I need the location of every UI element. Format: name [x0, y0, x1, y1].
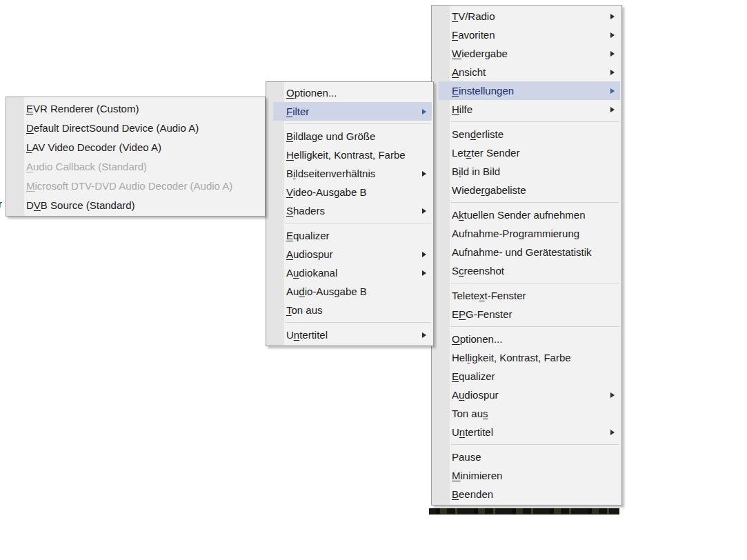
menu-item-label: Wiedergabe	[432, 48, 508, 59]
menu-item-label: Untertitel	[266, 329, 328, 341]
menu-item-ansicht[interactable]: Ansicht	[432, 63, 621, 81]
menu-item-beenden[interactable]: Beenden	[432, 485, 621, 503]
menu-item-label: Helligkeit, Kontrast, Farbe	[266, 149, 406, 161]
menu-item-label: Audiospur	[432, 389, 499, 401]
menu-item-senderliste[interactable]: Senderliste	[432, 125, 621, 143]
menu-item-ton-aus[interactable]: Ton aus	[432, 404, 621, 423]
menu-item-letzter-sender[interactable]: Letzter Sender	[432, 143, 621, 162]
menu-item-label: Equalizer	[432, 370, 495, 382]
submenu-arrow-icon	[610, 392, 615, 398]
menu-item-bildlage-und-grosse[interactable]: Bildlage und Größe	[266, 127, 433, 146]
menu-item-audio-ausgabe-b[interactable]: Audio-Ausgabe B	[266, 282, 433, 301]
menu-item-label: TV/Radio	[432, 10, 495, 22]
menu-item-evr-renderer-custom[interactable]: EVR Renderer (Custom)	[6, 99, 265, 118]
submenu-arrow-icon	[610, 14, 615, 19]
submenu-arrow-icon	[610, 430, 615, 435]
menu-item-bildseitenverhaltnis[interactable]: Bildseitenverhältnis	[266, 164, 433, 183]
menu-separator	[266, 319, 433, 326]
menu-separator	[432, 441, 621, 448]
menu-item-untertitel[interactable]: Untertitel	[432, 423, 621, 441]
menu-item-label: EPG-Fenster	[432, 308, 512, 320]
video-artifact-strip	[429, 508, 619, 514]
menu-item-label: Optionen...	[432, 333, 502, 345]
menu-item-label: Audiospur	[266, 248, 333, 260]
menu-item-epg-fenster[interactable]: EPG-Fenster	[432, 305, 621, 323]
menu-item-label: Aktuellen Sender aufnehmen	[432, 209, 585, 221]
submenu-arrow-icon	[422, 208, 426, 214]
menu-item-helligkeit-kontrast-farbe[interactable]: Helligkeit, Kontrast, Farbe	[432, 348, 621, 367]
menu-item-helligkeit-kontrast-farbe[interactable]: Helligkeit, Kontrast, Farbe	[266, 146, 433, 164]
submenu-arrow-icon	[422, 109, 426, 114]
context-menu-einstellungen-submenu: Optionen...FilterBildlage und GrößeHelli…	[266, 81, 434, 346]
menu-item-label: LAV Video Decoder (Video A)	[6, 141, 161, 153]
submenu-arrow-icon	[610, 70, 615, 75]
menu-item-label: Audio-Ausgabe B	[266, 286, 367, 297]
menu-item-aufnahme-programmierung[interactable]: Aufnahme-Programmierung	[432, 224, 621, 243]
menu-item-bild-in-bild[interactable]: Bild in Bild	[432, 162, 621, 181]
menu-item-equalizer[interactable]: Equalizer	[432, 367, 621, 386]
menu-item-label: Video-Ausgabe B	[266, 186, 366, 198]
menu-item-label: Bildseitenverhältnis	[266, 168, 375, 179]
menu-item-teletext-fenster[interactable]: Teletext-Fenster	[432, 286, 621, 305]
menu-item-label: Shaders	[266, 205, 325, 217]
menu-item-optionen[interactable]: Optionen...	[432, 330, 621, 348]
menu-item-label: Aufnahme-Programmierung	[432, 228, 579, 239]
menu-separator	[266, 220, 433, 226]
menu-separator	[432, 280, 621, 286]
submenu-arrow-icon	[422, 171, 426, 177]
menu-item-video-ausgabe-b[interactable]: Video-Ausgabe B	[266, 183, 433, 201]
menu-item-label: Bild in Bild	[432, 166, 500, 177]
menu-item-label: EVR Renderer (Custom)	[6, 103, 139, 114]
menu-item-aktuellen-sender-aufnehmen[interactable]: Aktuellen Sender aufnehmen	[432, 206, 621, 224]
menu-item-filter[interactable]: Filter	[266, 102, 433, 121]
menu-item-label: Aufnahme- und Gerätestatistik	[432, 246, 592, 258]
menu-item-label: Audiokanal	[266, 267, 337, 279]
menu-item-screenshot[interactable]: Screenshot	[432, 261, 621, 280]
menu-item-label: Letzter Sender	[432, 147, 519, 159]
submenu-arrow-icon	[610, 107, 615, 112]
menu-item-label: Helligkeit, Kontrast, Farbe	[432, 352, 571, 363]
menu-item-label: Hilfe	[432, 103, 472, 115]
menu-item-tv-radio[interactable]: TV/Radio	[432, 7, 621, 26]
occluded-text-fragment: r	[0, 198, 2, 210]
submenu-arrow-icon	[610, 32, 615, 38]
menu-item-audiokanal[interactable]: Audiokanal	[266, 263, 433, 282]
menu-item-label: Ton aus	[432, 408, 488, 419]
menu-item-wiedergabeliste[interactable]: Wiedergabeliste	[432, 181, 621, 199]
menu-item-ton-aus[interactable]: Ton aus	[266, 301, 433, 319]
submenu-arrow-icon	[610, 51, 615, 57]
menu-item-hilfe[interactable]: Hilfe	[432, 100, 621, 119]
menu-item-dvb-source-standard[interactable]: DVB Source (Standard)	[6, 195, 265, 214]
menu-item-default-directsound-device-audio-a[interactable]: Default DirectSound Device (Audio A)	[6, 118, 265, 137]
menu-item-lav-video-decoder-video-a[interactable]: LAV Video Decoder (Video A)	[6, 137, 265, 157]
menu-item-label: Wiedergabeliste	[432, 184, 526, 196]
menu-item-untertitel[interactable]: Untertitel	[266, 326, 433, 344]
menu-item-label: Ton aus	[266, 304, 323, 316]
submenu-arrow-icon	[610, 88, 615, 94]
menu-item-label: Microsoft DTV-DVD Audio Decoder (Audio A…	[6, 180, 232, 192]
menu-item-wiedergabe[interactable]: Wiedergabe	[432, 44, 621, 63]
menu-item-label: Audio Callback (Standard)	[6, 161, 147, 172]
menu-item-einstellungen[interactable]: Einstellungen	[432, 81, 621, 100]
menu-item-audiospur[interactable]: Audiospur	[432, 386, 621, 404]
menu-item-audiospur[interactable]: Audiospur	[266, 245, 433, 263]
menu-item-label: Default DirectSound Device (Audio A)	[6, 122, 199, 134]
menu-item-optionen[interactable]: Optionen...	[266, 83, 433, 102]
menu-item-label: Ansicht	[432, 66, 486, 78]
menu-item-label: Bildlage und Größe	[266, 130, 375, 142]
menu-item-aufnahme-und-geratestatistik[interactable]: Aufnahme- und Gerätestatistik	[432, 243, 621, 261]
menu-separator	[432, 323, 621, 330]
desktop-background: r TV/RadioFavoritenWiedergabeAnsichtEins…	[0, 0, 747, 560]
menu-item-minimieren[interactable]: Minimieren	[432, 466, 621, 485]
menu-item-equalizer[interactable]: Equalizer	[266, 226, 433, 245]
menu-item-label: Senderliste	[432, 128, 504, 140]
context-menu-filter-submenu: EVR Renderer (Custom)Default DirectSound…	[6, 97, 266, 217]
menu-item-label: Minimieren	[432, 470, 502, 481]
context-menu-main: TV/RadioFavoritenWiedergabeAnsichtEinste…	[431, 5, 622, 506]
menu-item-favoriten[interactable]: Favoriten	[432, 26, 621, 44]
menu-item-shaders[interactable]: Shaders	[266, 201, 433, 220]
menu-item-audio-callback-standard: Audio Callback (Standard)	[6, 157, 265, 176]
menu-item-pause[interactable]: Pause	[432, 448, 621, 466]
menu-item-label: Pause	[432, 451, 481, 463]
submenu-arrow-icon	[422, 252, 426, 257]
